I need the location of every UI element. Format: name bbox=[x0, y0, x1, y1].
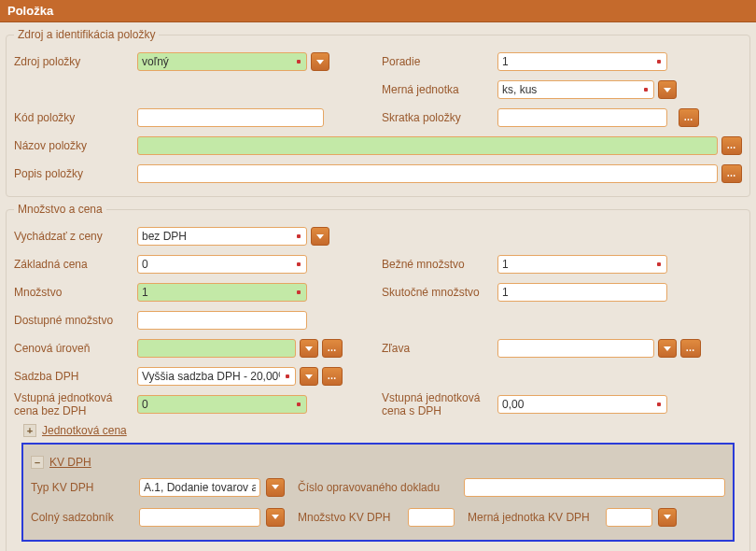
popis-input[interactable] bbox=[137, 164, 718, 183]
label-cislo-opr: Číslo opravovaného dokladu bbox=[290, 481, 458, 494]
label-mnoz-kvdph: Množstvo KV DPH bbox=[290, 511, 402, 524]
mnoz-kvdph-input[interactable] bbox=[408, 508, 455, 527]
mj-select[interactable] bbox=[497, 80, 654, 99]
label-skutocne: Skutočné množstvo bbox=[382, 286, 494, 299]
uroven-select[interactable] bbox=[137, 339, 296, 358]
zdroj-select[interactable] bbox=[137, 52, 307, 71]
plus-icon[interactable]: + bbox=[23, 424, 36, 437]
mnozstvo-input[interactable] bbox=[137, 283, 307, 302]
label-zlava: Zľava bbox=[382, 342, 494, 355]
uroven-browse-button[interactable] bbox=[322, 339, 343, 358]
label-colny: Colný sadzobník bbox=[31, 511, 133, 524]
label-mj-kvdph: Merná jednotka KV DPH bbox=[460, 511, 600, 524]
vstup-bez-input[interactable] bbox=[137, 395, 307, 414]
kvdph-link[interactable]: KV DPH bbox=[49, 456, 91, 469]
jednotkova-link[interactable]: Jednotková cena bbox=[42, 424, 127, 437]
zakladna-input[interactable] bbox=[137, 255, 307, 274]
label-poradie: Poradie bbox=[382, 55, 494, 68]
label-dostupne: Dostupné množstvo bbox=[14, 314, 133, 327]
sadzba-select[interactable] bbox=[137, 367, 296, 386]
group-source-legend: Zdroj a identifikácia položky bbox=[14, 28, 159, 41]
item-editor-panel: Položka Zdroj a identifikácia položky Zd… bbox=[0, 0, 756, 551]
jednotkova-expander[interactable]: + Jednotková cena bbox=[23, 424, 127, 437]
kod-input[interactable] bbox=[137, 108, 324, 127]
panel-title: Položka bbox=[0, 0, 756, 22]
label-mj: Merná jednotka bbox=[382, 83, 494, 96]
skratka-browse-button[interactable] bbox=[679, 108, 699, 127]
kvdph-panel: – KV DPH Typ KV DPH Číslo opravovaného d… bbox=[21, 443, 735, 542]
skutocne-input[interactable] bbox=[497, 283, 667, 302]
colny-dropdown-button[interactable] bbox=[266, 508, 285, 527]
popis-browse-button[interactable] bbox=[721, 164, 742, 183]
uroven-dropdown-button[interactable] bbox=[300, 339, 318, 358]
group-qty: Množstvo a cena Vychádzať z ceny Základn… bbox=[6, 203, 750, 551]
bezne-input[interactable] bbox=[497, 255, 667, 274]
group-qty-legend: Množstvo a cena bbox=[14, 203, 106, 216]
group-source: Zdroj a identifikácia položky Zdroj polo… bbox=[6, 28, 750, 197]
label-kod: Kód položky bbox=[14, 111, 133, 124]
typ-kvdph-select[interactable] bbox=[139, 478, 260, 497]
mj-kvdph-select[interactable] bbox=[606, 508, 652, 527]
zdroj-dropdown-button[interactable] bbox=[311, 52, 329, 71]
label-mnozstvo: Množstvo bbox=[14, 286, 133, 299]
poradie-input[interactable] bbox=[497, 52, 667, 71]
zlava-select[interactable] bbox=[497, 339, 654, 358]
label-popis: Popis položky bbox=[14, 167, 133, 180]
mj-dropdown-button[interactable] bbox=[658, 80, 677, 99]
dostupne-input[interactable] bbox=[137, 311, 307, 330]
mj-kvdph-dropdown-button[interactable] bbox=[658, 508, 677, 527]
label-vstup-s: Vstupná jednotková cena s DPH bbox=[382, 391, 494, 418]
label-typ-kvdph: Typ KV DPH bbox=[31, 481, 133, 494]
label-vstup-bez: Vstupná jednotková cena bez DPH bbox=[14, 391, 133, 418]
label-vychadzat: Vychádzať z ceny bbox=[14, 230, 133, 243]
vychadzat-dropdown-button[interactable] bbox=[311, 227, 329, 246]
colny-select[interactable] bbox=[139, 508, 260, 527]
skratka-input[interactable] bbox=[497, 108, 667, 127]
label-skratka: Skratka položky bbox=[382, 111, 494, 124]
vychadzat-select[interactable] bbox=[137, 227, 307, 246]
label-uroven: Cenová úroveň bbox=[14, 342, 133, 355]
sadzba-dropdown-button[interactable] bbox=[300, 367, 318, 386]
nazov-input[interactable] bbox=[137, 136, 718, 155]
label-zdroj: Zdroj položky bbox=[14, 55, 133, 68]
sadzba-browse-button[interactable] bbox=[322, 367, 343, 386]
nazov-browse-button[interactable] bbox=[721, 136, 742, 155]
vstup-s-input[interactable] bbox=[497, 395, 667, 414]
label-zakladna: Základná cena bbox=[14, 258, 133, 271]
zlava-browse-button[interactable] bbox=[680, 339, 701, 358]
cislo-opr-input[interactable] bbox=[464, 478, 725, 497]
label-nazov: Názov položky bbox=[14, 139, 133, 152]
kvdph-expander[interactable]: – KV DPH bbox=[31, 456, 91, 469]
label-sadzba: Sadzba DPH bbox=[14, 370, 133, 383]
minus-icon[interactable]: – bbox=[31, 456, 44, 469]
zlava-dropdown-button[interactable] bbox=[658, 339, 677, 358]
typ-kvdph-dropdown-button[interactable] bbox=[266, 478, 285, 497]
label-bezne: Bežné množstvo bbox=[382, 258, 494, 271]
